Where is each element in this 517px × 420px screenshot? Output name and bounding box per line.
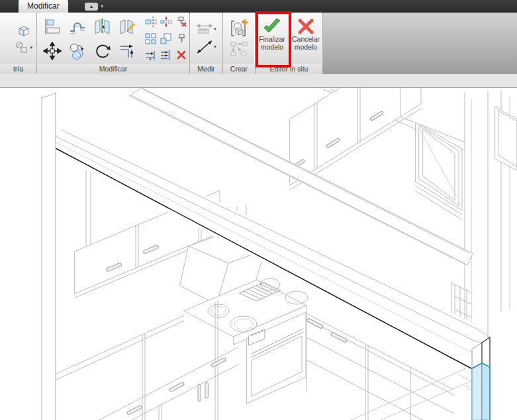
panel-label-crear[interactable]: Crear xyxy=(223,64,255,74)
drawing-area[interactable] xyxy=(0,88,517,420)
panel-label-medir[interactable]: Medir xyxy=(190,64,222,74)
options-bar xyxy=(0,74,517,88)
model-3d-view[interactable] xyxy=(0,88,517,420)
measure-linear-icon[interactable]: ▾ xyxy=(196,22,216,36)
cope-icon[interactable] xyxy=(66,15,89,38)
panel-label-editor-in-situ[interactable]: Editor in situ xyxy=(256,64,322,74)
cancel-x-icon xyxy=(297,18,315,35)
measure-between-references-icon[interactable]: ▾ xyxy=(196,39,216,55)
dropdown-caret-icon[interactable]: ▾ xyxy=(214,26,216,32)
paste-geometry-icon[interactable] xyxy=(15,22,32,38)
array-icon[interactable] xyxy=(144,32,158,46)
pin-icon[interactable] xyxy=(174,32,189,46)
cancel-model-label-1: Cancelar xyxy=(292,35,320,43)
move-icon[interactable] xyxy=(40,40,64,62)
finish-model-label-2: modelo xyxy=(261,43,283,51)
finish-check-icon xyxy=(262,18,282,35)
ribbon: ▾ tría xyxy=(0,13,517,74)
unpin-icon[interactable] xyxy=(174,15,189,29)
create-similar-icon[interactable] xyxy=(229,19,249,38)
ribbon-collapse-button[interactable]: ▴ xyxy=(85,3,98,11)
create-group-icon[interactable] xyxy=(230,41,248,58)
panel-geometria: ▾ tría xyxy=(0,13,37,74)
mirror-draw-axis-icon[interactable] xyxy=(159,15,173,29)
mirror-pick-axis-icon[interactable] xyxy=(144,15,158,29)
split-element-icon[interactable] xyxy=(91,15,115,38)
scale-icon[interactable] xyxy=(159,32,173,46)
panel-medir: ▾ ▾ Medir xyxy=(190,13,223,74)
rotate-icon[interactable] xyxy=(91,40,115,62)
trim-extend-corner-icon[interactable] xyxy=(144,48,158,62)
in-place-element[interactable] xyxy=(472,363,490,420)
panel-editor-in-situ: Finalizar modelo Cancelar modelo Editor … xyxy=(256,13,323,74)
left-post xyxy=(42,93,56,420)
dropdown-caret-icon[interactable]: ▾ xyxy=(214,44,216,50)
floor-lines xyxy=(351,368,472,420)
panel-label-geometria[interactable]: tría xyxy=(0,64,36,74)
cancel-model-button[interactable]: Cancelar modelo xyxy=(290,14,322,63)
offset-icon[interactable] xyxy=(116,40,140,62)
tab-modificar[interactable]: Modificar xyxy=(19,0,68,13)
split-with-gap-icon[interactable] xyxy=(116,15,140,38)
finish-model-label-1: Finalizar xyxy=(259,35,285,43)
cut-geometry-icon[interactable]: ▾ xyxy=(15,41,32,54)
panel-modificar: Modificar xyxy=(37,13,190,74)
ribbon-tab-bar: Modificar ▴ ▾ xyxy=(0,0,517,13)
trim-extend-multiple-icon[interactable] xyxy=(159,48,173,62)
align-icon[interactable] xyxy=(40,15,64,38)
dropdown-caret-icon[interactable]: ▾ xyxy=(30,45,32,50)
cancel-model-label-2: modelo xyxy=(295,43,317,51)
copy-icon[interactable] xyxy=(66,40,89,62)
panel-crear: Crear xyxy=(223,13,256,74)
delete-icon[interactable] xyxy=(174,48,189,62)
ribbon-collapse-caret-icon[interactable]: ▾ xyxy=(101,3,103,11)
panel-label-modificar[interactable]: Modificar xyxy=(37,64,189,74)
finish-model-button[interactable]: Finalizar modelo xyxy=(256,14,289,63)
ribbon-empty-area xyxy=(323,13,517,74)
